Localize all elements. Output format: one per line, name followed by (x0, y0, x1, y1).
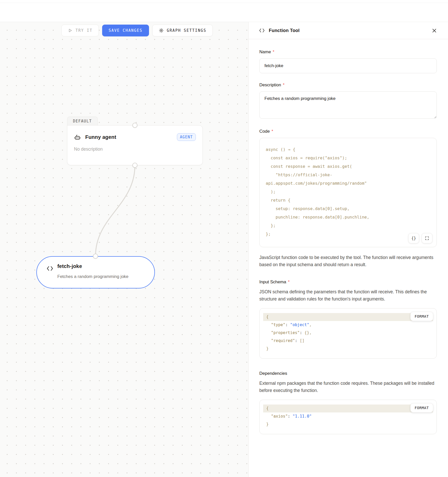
try-it-button[interactable]: TRY IT (61, 25, 99, 36)
code-editor-content[interactable]: async () ⇒ { const axios = require("axio… (266, 145, 431, 238)
dependencies-editor[interactable]: { "axios": "1.11.0"} FORMAT (259, 400, 437, 434)
robot-icon (74, 134, 81, 141)
input-schema-editor[interactable]: { "type": "object", "properties": {}, "r… (259, 308, 437, 359)
top-bar-divider (0, 3, 448, 3)
agent-node-title: Funny agent (85, 134, 116, 140)
gear-icon (159, 28, 164, 33)
close-panel-button[interactable] (431, 27, 438, 34)
tool-node-title: fetch-joke (57, 263, 82, 269)
tool-node-fetch-joke[interactable]: fetch-joke Fetches a random programming … (36, 256, 155, 288)
required-asterisk: * (288, 280, 290, 284)
input-schema-content[interactable]: { "type": "object", "properties": {}, "r… (263, 313, 433, 353)
dependencies-section: Dependencies External npm packages that … (259, 371, 437, 434)
code-field-section: Code* async () ⇒ { const axios = require… (259, 129, 437, 268)
code-label: Code (259, 129, 270, 134)
required-asterisk: * (272, 129, 273, 133)
edge-agent-to-tool (95, 165, 135, 256)
agent-node-bottom-handle[interactable] (132, 163, 137, 168)
braces-icon: {} (411, 236, 416, 241)
code-icon (259, 28, 265, 33)
code-editor[interactable]: async () ⇒ { const axios = require("axio… (259, 138, 437, 247)
agent-type-badge: AGENT (177, 133, 196, 141)
try-it-label: TRY IT (76, 28, 92, 33)
code-help-text: JavaScript function code to be executed … (259, 254, 437, 268)
tool-node-top-handle[interactable] (93, 254, 98, 259)
save-changes-button[interactable]: SAVE CHANGES (102, 25, 149, 36)
code-icon (47, 265, 53, 272)
description-label: Description (259, 82, 281, 87)
graph-settings-label: GRAPH SETTINGS (167, 28, 206, 33)
function-tool-panel: Function Tool Name* Description* Fetches… (248, 22, 448, 477)
name-field-section: Name* (259, 49, 437, 73)
canvas-toolbar: TRY IT SAVE CHANGES GRAPH SETTINGS (61, 25, 213, 36)
required-asterisk: * (273, 50, 274, 54)
dependencies-content[interactable]: { "axios": "1.11.0"} (263, 405, 433, 428)
description-field-section: Description* Fetches a random programmin… (259, 82, 437, 120)
format-code-button[interactable]: {} (408, 233, 419, 243)
group-tab-default[interactable]: DEFAULT (67, 117, 98, 126)
play-icon (68, 28, 72, 33)
top-bar (0, 0, 448, 22)
required-asterisk: * (283, 83, 284, 87)
input-schema-label: Input Schema (259, 279, 286, 284)
panel-title: Function Tool (269, 28, 427, 33)
agent-node[interactable]: Funny agent AGENT No description (67, 125, 203, 165)
close-icon (432, 28, 437, 33)
fullscreen-icon (425, 236, 429, 240)
format-dependencies-button[interactable]: FORMAT (410, 403, 433, 412)
graph-settings-button[interactable]: GRAPH SETTINGS (152, 25, 213, 36)
graph-canvas[interactable]: TRY IT SAVE CHANGES GRAPH SETTINGS DEFAU… (0, 22, 248, 477)
input-schema-section: Input Schema* JSON schema defining the p… (259, 279, 437, 359)
description-textarea[interactable]: Fetches a random programming joke (259, 91, 437, 119)
name-input[interactable] (259, 58, 437, 73)
format-schema-button[interactable]: FORMAT (410, 312, 433, 321)
agent-node-description: No description (67, 141, 202, 152)
dependencies-help-text: External npm packages that the function … (259, 380, 437, 394)
input-schema-help-text: JSON schema defining the parameters that… (259, 288, 437, 303)
panel-header: Function Tool (249, 22, 448, 39)
tool-node-description: Fetches a random programming joke (57, 274, 129, 279)
expand-code-button[interactable] (422, 233, 432, 243)
name-label: Name (259, 49, 271, 54)
dependencies-label: Dependencies (259, 371, 287, 376)
agent-node-top-handle[interactable] (132, 123, 137, 128)
edge-layer (0, 22, 248, 477)
save-changes-label: SAVE CHANGES (109, 28, 142, 33)
